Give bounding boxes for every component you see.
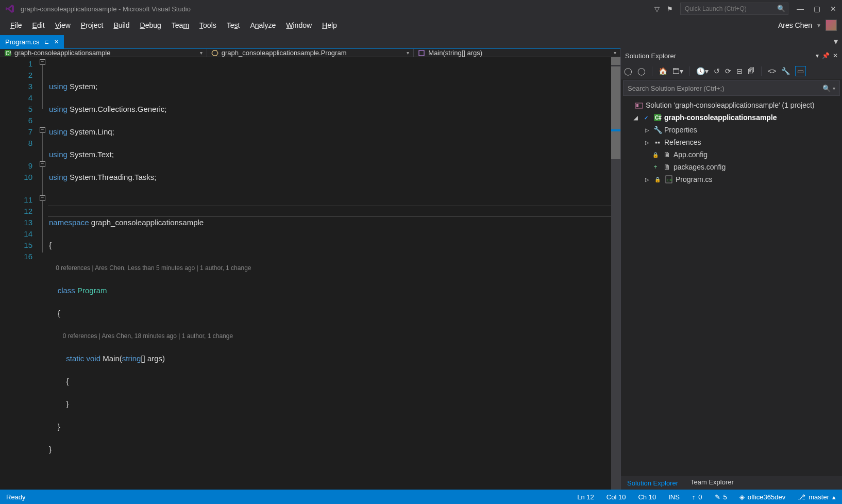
scroll-thumb[interactable]	[611, 66, 620, 159]
nav-project-combo[interactable]: C# graph-consoleapplicationsample ▾	[0, 49, 207, 57]
menu-analyze[interactable]: Analyze	[245, 19, 281, 31]
menu-window[interactable]: Window	[281, 19, 317, 31]
vertical-scrollbar[interactable]: ▾	[611, 57, 620, 490]
menu-tools[interactable]: Tools	[194, 19, 222, 31]
nav-class-combo[interactable]: graph_consoleapplicationsample.Program ▾	[207, 49, 414, 57]
tree-properties-node[interactable]: ▷ 🔧 Properties	[621, 124, 842, 136]
back-icon[interactable]: ◯	[624, 67, 632, 75]
expander-icon[interactable]: ▷	[644, 177, 651, 182]
refresh-icon[interactable]: ⟳	[725, 67, 731, 75]
main-area: C# graph-consoleapplicationsample ▾ grap…	[0, 48, 842, 490]
status-pending-changes[interactable]: ✎5	[715, 493, 727, 501]
expander-icon[interactable]: ▷	[644, 140, 651, 145]
fold-toggle[interactable]: −	[40, 195, 45, 201]
svg-text:C#: C#	[6, 51, 11, 56]
status-ins[interactable]: INS	[668, 493, 680, 501]
pending-changes-filter-icon[interactable]: 🕔▾	[696, 67, 709, 75]
fold-toggle[interactable]: −	[40, 161, 45, 167]
tree-packagesconfig-node[interactable]: + 🗎 packages.config	[621, 161, 842, 173]
tab-solution-explorer[interactable]: Solution Explorer	[621, 476, 684, 490]
minimize-button[interactable]: —	[796, 5, 805, 13]
line-number-gutter: 1 2 3 4 5 6 7 8 9 10 11 12 13 14 15 16	[0, 57, 39, 490]
user-dropdown-icon[interactable]: ▼	[816, 23, 821, 28]
forward-icon[interactable]: ◯	[637, 67, 646, 75]
tree-programcs-node[interactable]: ▷ 🔒 C# Program.cs	[621, 173, 842, 186]
scope-icon[interactable]: 🗔▾	[672, 67, 683, 75]
tree-node-label: packages.config	[673, 163, 726, 171]
window-position-icon[interactable]: ▾	[816, 52, 819, 59]
close-button[interactable]: ✕	[829, 5, 838, 13]
tree-appconfig-node[interactable]: 🔒 🗎 App.config	[621, 148, 842, 161]
class-icon	[211, 49, 218, 57]
split-handle[interactable]	[611, 57, 620, 65]
close-icon[interactable]: ✕	[833, 52, 838, 59]
notifications-filter-icon[interactable]: ▽	[654, 5, 660, 13]
menu-edit[interactable]: Edit	[27, 19, 50, 31]
menu-project[interactable]: Project	[76, 19, 109, 31]
add-status-icon: +	[651, 163, 660, 171]
svg-rect-4	[636, 104, 638, 107]
codelens-method[interactable]: 0 references | Ares Chen, 18 minutes ago…	[63, 332, 233, 340]
menu-debug[interactable]: Debug	[135, 19, 166, 31]
git-status-icon: ✓	[642, 115, 651, 121]
search-icon[interactable]: 🔍	[822, 85, 831, 92]
show-all-files-icon[interactable]: 🗐	[748, 67, 755, 75]
pin-icon[interactable]: ⊏	[44, 39, 49, 45]
sync-icon[interactable]: ↺	[714, 67, 720, 75]
tab-team-explorer[interactable]: Team Explorer	[684, 476, 740, 490]
menu-help[interactable]: Help	[317, 19, 342, 31]
solution-explorer-search[interactable]: Search Solution Explorer (Ctrl+;) 🔍 ▾	[623, 80, 840, 96]
status-char[interactable]: Ch 10	[638, 493, 656, 501]
menu-team[interactable]: Team	[166, 19, 194, 31]
tree-solution-node[interactable]: Solution 'graph-consoleapplicationsample…	[621, 99, 842, 111]
csharp-file-icon: C#	[664, 175, 673, 183]
status-repo[interactable]: ◈office365dev	[739, 493, 786, 501]
chevron-down-icon: ▾	[614, 50, 616, 56]
nav-member-combo[interactable]: Main(string[] args) ▾	[414, 49, 620, 57]
home-icon[interactable]: 🏠	[659, 67, 667, 75]
code-text[interactable]: using System; using System.Collections.G…	[48, 57, 611, 490]
menu-view[interactable]: View	[50, 19, 76, 31]
status-unpushed[interactable]: ↑0	[692, 493, 702, 501]
fold-toggle[interactable]: −	[40, 59, 45, 65]
menu-file[interactable]: File	[5, 19, 27, 31]
menu-test[interactable]: Test	[222, 19, 245, 31]
code-body[interactable]: 1 2 3 4 5 6 7 8 9 10 11 12 13 14 15 16 −	[0, 57, 620, 490]
fold-guide	[42, 65, 43, 109]
fold-toggle[interactable]: −	[40, 127, 45, 133]
svg-text:C#: C#	[667, 178, 672, 182]
search-icon[interactable]: 🔍	[777, 5, 785, 12]
tab-overflow-icon[interactable]: ▾	[830, 35, 842, 48]
status-ready: Ready	[6, 493, 26, 501]
tree-solution-label: Solution 'graph-consoleapplicationsample…	[646, 101, 815, 109]
properties-icon[interactable]: 🔧	[781, 67, 790, 75]
status-line[interactable]: Ln 12	[577, 493, 594, 501]
codelens-class[interactable]: 0 references | Ares Chen, Less than 5 mi…	[56, 264, 251, 272]
solution-tree: Solution 'graph-consoleapplicationsample…	[621, 97, 842, 476]
tree-references-node[interactable]: ▷ ▪▪ References	[621, 136, 842, 148]
menu-build[interactable]: Build	[108, 19, 134, 31]
tab-program-cs[interactable]: Program.cs ⊏ ✕	[0, 35, 64, 48]
avatar[interactable]	[826, 20, 837, 31]
status-branch[interactable]: ⎇master ▴	[798, 493, 836, 501]
document-tab-bar: Program.cs ⊏ ✕ ▾	[0, 33, 842, 48]
signed-in-user[interactable]: Ares Chen	[778, 21, 812, 29]
solution-explorer-header: Solution Explorer ▾ 📌 ✕	[621, 48, 842, 63]
lock-icon: 🔒	[653, 177, 662, 182]
maximize-button[interactable]: ▢	[812, 5, 821, 13]
tree-project-label: graph-consoleapplicationsample	[664, 113, 777, 122]
tree-project-node[interactable]: ◢ ✓ C# graph-consoleapplicationsample	[621, 111, 842, 124]
feedback-icon[interactable]: ⚑	[667, 5, 673, 13]
branch-icon: ⎇	[798, 493, 805, 501]
search-dropdown-icon[interactable]: ▾	[833, 86, 835, 91]
quick-launch-input[interactable]	[680, 3, 788, 15]
collapse-all-icon[interactable]: ⊟	[736, 67, 743, 75]
status-col[interactable]: Col 10	[607, 493, 626, 501]
pin-icon[interactable]: 📌	[822, 52, 830, 59]
expander-icon[interactable]: ◢	[632, 115, 639, 121]
wrench-icon: 🔧	[653, 126, 662, 134]
preview-selected-icon[interactable]: ▭	[795, 66, 806, 76]
expander-icon[interactable]: ▷	[644, 127, 651, 133]
code-icon[interactable]: <>	[768, 67, 776, 75]
close-icon[interactable]: ✕	[54, 39, 59, 45]
